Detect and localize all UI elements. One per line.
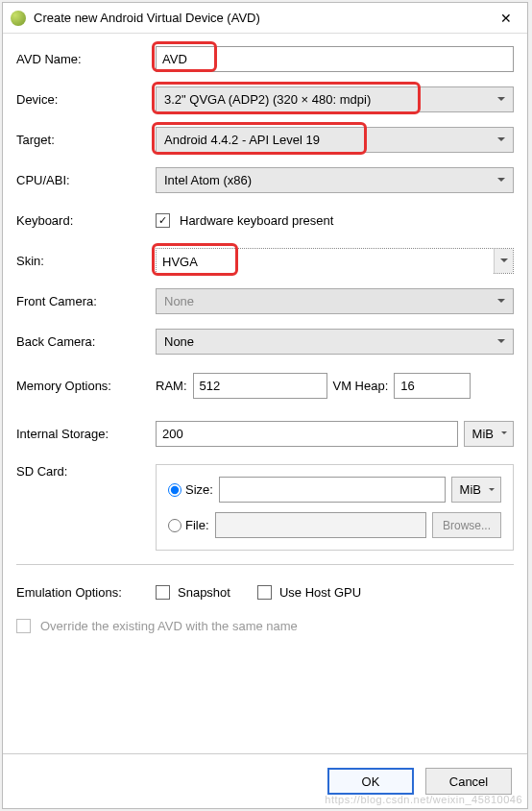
avd-name-input[interactable] — [156, 46, 514, 72]
internal-storage-unit[interactable]: MiB — [464, 421, 514, 447]
snapshot-checkbox[interactable] — [156, 585, 170, 600]
sdcard-file-radio[interactable] — [168, 519, 181, 532]
separator — [16, 564, 514, 565]
skin-label: Skin: — [16, 254, 156, 268]
skin-input[interactable] — [157, 249, 494, 275]
skin-combo[interactable] — [156, 248, 514, 274]
sdcard-size-radio[interactable] — [168, 483, 181, 497]
memory-options-label: Memory Options: — [16, 379, 156, 393]
emulation-options-label: Emulation Options: — [16, 585, 156, 600]
device-select[interactable]: 3.2" QVGA (ADP2) (320 × 480: mdpi) — [156, 86, 514, 112]
close-icon[interactable]: ✕ — [493, 8, 520, 29]
avd-dialog: Create new Android Virtual Device (AVD) … — [2, 2, 528, 809]
device-label: Device: — [16, 92, 156, 107]
front-camera-select[interactable]: None — [156, 288, 514, 314]
cpu-label: CPU/ABI: — [16, 173, 156, 187]
chevron-down-icon[interactable] — [494, 249, 513, 273]
avd-name-label: AVD Name: — [16, 52, 156, 66]
back-camera-select[interactable]: None — [156, 329, 514, 355]
sdcard-file-input — [215, 512, 426, 538]
sdcard-file-label: File: — [185, 518, 209, 532]
sdcard-size-unit[interactable]: MiB — [451, 477, 501, 503]
form-content: AVD Name: Device: 3.2" QVGA (ADP2) (320 … — [3, 34, 527, 753]
sdcard-group: Size: MiB File: Browse... — [156, 464, 514, 551]
ram-label: RAM: — [156, 379, 187, 393]
vmheap-label: VM Heap: — [333, 379, 389, 393]
keyboard-checkbox[interactable]: ✓ — [156, 213, 170, 228]
android-icon — [11, 11, 26, 26]
browse-button: Browse... — [432, 512, 501, 538]
keyboard-check-label: Hardware keyboard present — [180, 213, 333, 228]
sdcard-size-label: Size: — [185, 482, 213, 497]
internal-storage-label: Internal Storage: — [16, 427, 156, 441]
usehostgpu-checkbox[interactable] — [257, 585, 272, 600]
keyboard-label: Keyboard: — [16, 213, 156, 228]
cancel-button[interactable]: Cancel — [425, 768, 512, 795]
ok-button[interactable]: OK — [327, 768, 414, 795]
front-camera-label: Front Camera: — [16, 294, 156, 308]
sdcard-size-input[interactable] — [219, 477, 446, 503]
window-title: Create new Android Virtual Device (AVD) — [34, 11, 493, 25]
vmheap-input[interactable] — [394, 373, 471, 399]
watermark: https://blog.csdn.net/weixin_45810046 — [325, 794, 522, 805]
target-label: Target: — [16, 133, 156, 147]
override-label: Override the existing AVD with the same … — [40, 619, 298, 633]
ram-input[interactable] — [193, 373, 327, 399]
cpu-select[interactable]: Intel Atom (x86) — [156, 167, 514, 193]
override-checkbox — [16, 619, 31, 633]
sdcard-label: SD Card: — [16, 464, 156, 479]
titlebar: Create new Android Virtual Device (AVD) … — [3, 3, 527, 34]
usehostgpu-label: Use Host GPU — [279, 585, 361, 600]
snapshot-label: Snapshot — [178, 585, 230, 600]
back-camera-label: Back Camera: — [16, 334, 156, 349]
internal-storage-input[interactable] — [156, 421, 458, 447]
target-select[interactable]: Android 4.4.2 - API Level 19 — [156, 127, 514, 153]
